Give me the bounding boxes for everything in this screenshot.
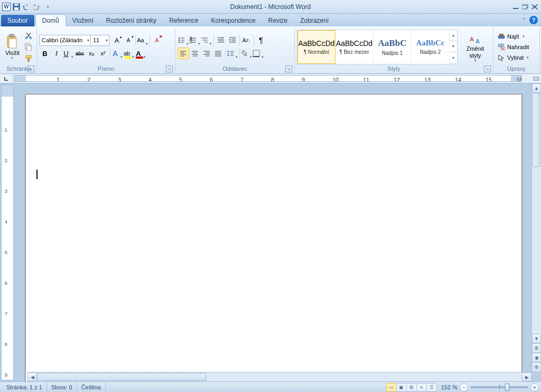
select-button[interactable]: Vybrat▾ [496,52,531,63]
page[interactable] [25,94,522,381]
copy-button[interactable] [23,41,34,53]
word-app-icon[interactable]: W [2,3,11,11]
subscript-button[interactable]: x₂ [86,48,97,59]
zoom-level[interactable]: 152 % [441,384,458,390]
scroll-left-button[interactable]: ◀ [27,372,37,381]
horizontal-scrollbar[interactable]: ◀ ▶ [27,372,531,381]
zoom-thumb[interactable] [505,384,509,391]
ruler-toggle[interactable] [531,74,541,83]
indent-increase-button[interactable] [227,34,238,46]
vertical-scrollbar[interactable]: ▲ ▼ ⦿ ◉ ⦿ [531,83,541,372]
zoom-out-button[interactable]: − [460,383,468,391]
title-bar: W ▾ Dokument1 - Microsoft Word [0,0,541,14]
svg-rect-12 [27,45,31,51]
show-marks-button[interactable]: ¶ [255,34,267,46]
align-right-button[interactable] [201,48,212,59]
clear-format-button[interactable]: A✖ [151,34,163,46]
superscript-button[interactable]: x² [97,48,109,59]
document-viewport[interactable]: ▲ ▼ ⦿ ◉ ⦿ ◀ ▶ [15,83,541,381]
ribbon-minimize[interactable]: ⌃ [521,17,526,24]
bold-button[interactable]: B [39,48,51,59]
align-left-button[interactable] [178,48,189,59]
browse-next-button[interactable]: ⦿ [532,362,541,372]
shrink-font-button[interactable]: A▾ [123,34,134,46]
indent-decrease-button[interactable] [215,34,227,46]
style-heading2[interactable]: AaBbCcNadpis 2 [412,30,450,64]
hscroll-thumb[interactable] [37,373,206,381]
zoom-slider[interactable] [470,386,528,388]
status-language[interactable]: Čeština [77,382,106,392]
style-normal[interactable]: AaBbCcDd¶ Normální [297,30,335,64]
styles-launcher[interactable]: ↘ [484,66,491,72]
tab-selector[interactable] [0,74,13,83]
style-no-spacing[interactable]: AaBbCcDd¶ Bez mezer [335,30,374,64]
browse-prev-button[interactable]: ⦿ [532,343,541,353]
paragraph-launcher[interactable]: ↘ [285,66,292,72]
align-center-button[interactable] [189,48,201,59]
svg-rect-7 [10,34,14,37]
change-styles-button[interactable]: AA Změnit styly ▾ [460,30,491,64]
scroll-down-button[interactable]: ▼ [532,334,541,343]
line-spacing-button[interactable] [227,48,238,59]
font-launcher[interactable]: ↘ [166,66,173,72]
help-button[interactable]: ? [529,16,538,24]
cut-button[interactable] [23,30,34,41]
close-button[interactable] [530,3,539,11]
save-button[interactable] [12,2,21,12]
redo-button[interactable] [33,2,42,12]
tab-home[interactable]: Domů [35,14,66,26]
view-print-layout[interactable]: ▭ [386,383,397,391]
minimize-button[interactable] [511,3,520,11]
vscroll-thumb[interactable] [533,93,540,167]
strike-button[interactable]: abc [74,48,86,59]
tab-insert[interactable]: Vložení [66,15,100,26]
qat-customize[interactable]: ▾ [43,2,53,12]
tab-view[interactable]: Zobrazení [294,15,335,26]
font-size-combo[interactable]: 11 [90,35,109,46]
paste-button[interactable]: Vložit ▾ [3,30,22,64]
status-words[interactable]: Slova: 0 [47,382,77,392]
tab-references[interactable]: Reference [163,15,204,26]
view-draft[interactable]: ☰ [426,383,437,391]
styles-gallery-scroller[interactable]: ▴▾▾ [450,30,457,64]
restore-button[interactable] [520,3,529,11]
scroll-up-button[interactable]: ▲ [532,83,541,93]
grow-font-button[interactable]: A▴ [111,34,123,46]
file-tab[interactable]: Soubor [1,15,34,26]
tab-review[interactable]: Revize [262,15,294,26]
view-outline[interactable]: ≡ [416,383,427,391]
italic-button[interactable]: I [51,48,62,59]
view-web-layout[interactable]: ⊞ [406,383,417,391]
text-effects-button[interactable]: A [111,48,123,59]
tab-page-layout[interactable]: Rozložení stránky [100,15,163,26]
font-color-button[interactable]: A [135,48,146,59]
style-heading1[interactable]: AaBbCNadpis 1 [374,30,412,64]
zoom-in-button[interactable]: + [530,383,539,391]
change-case-button[interactable]: Aa [137,34,148,46]
sort-button[interactable]: AZ↓ [241,34,253,46]
shading-button[interactable] [241,48,253,59]
multilevel-button[interactable] [201,34,212,46]
numbering-button[interactable]: 123 [189,34,201,46]
format-painter-button[interactable] [23,53,34,64]
group-label-paragraph: Odstavec↘ [178,65,292,72]
vertical-ruler[interactable]: 123456789 [1,85,14,380]
borders-button[interactable] [253,48,264,59]
undo-button[interactable] [22,2,32,12]
highlight-button[interactable]: ab [123,48,135,59]
browse-object-button[interactable]: ◉ [532,353,541,362]
bullets-button[interactable] [178,34,189,46]
group-font: Calibri (Základní text) 11 A▴ A▾ Aa A✖ B… [37,27,175,73]
horizontal-ruler[interactable]: 12345678910111213141516 [14,75,522,82]
font-name-combo[interactable]: Calibri (Základní text) [39,35,91,46]
ruler-row: 12345678910111213141516 [0,74,541,83]
clipboard-launcher[interactable]: ↘ [27,66,34,72]
view-full-screen[interactable]: ▣ [396,383,407,391]
underline-button[interactable]: U [62,48,74,59]
tab-mailings[interactable]: Korespondence [205,15,262,26]
status-page[interactable]: Stránka: 1 z 1 [2,382,47,392]
scroll-right-button[interactable]: ▶ [522,372,531,381]
replace-button[interactable]: abacNahradit [496,42,531,52]
find-button[interactable]: Najít▾ [496,31,531,42]
justify-button[interactable] [212,48,224,59]
